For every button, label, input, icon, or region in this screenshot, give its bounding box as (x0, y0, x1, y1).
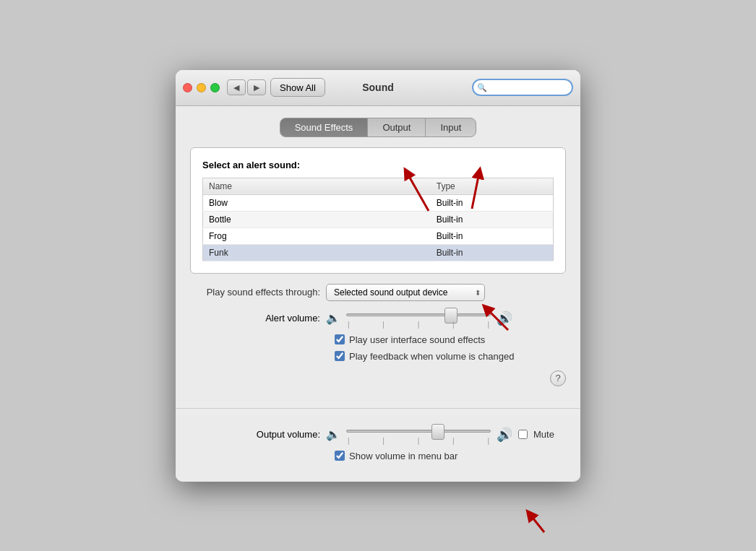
tick: | (452, 321, 455, 329)
alert-sound-panel: Select an alert sound: Name Type Blow Bu… (190, 147, 566, 274)
mute-checkbox[interactable] (518, 430, 528, 439)
output-volume-slider-container: | | | | | (346, 425, 491, 445)
alert-volume-slider-container: | | | | | (346, 308, 491, 329)
maximize-button[interactable] (210, 83, 220, 92)
back-button[interactable]: ◀ (227, 79, 246, 95)
show-all-button[interactable]: Show All (270, 78, 325, 97)
checkbox-row-1: Play user interface sound effects (335, 334, 566, 345)
table-row[interactable]: Bottle Built-in (203, 211, 554, 227)
sound-type: Built-in (431, 211, 554, 227)
alert-volume-slider[interactable] (346, 308, 491, 321)
tabs-container: Sound Effects Output Input (190, 118, 566, 137)
mute-label: Mute (533, 429, 554, 440)
show-in-menu-bar-row: Show volume in menu bar (335, 451, 566, 461)
sound-type: Built-in (431, 194, 554, 211)
play-ui-sounds-label: Play user interface sound effects (349, 334, 485, 345)
show-in-menu-bar-checkbox[interactable] (335, 451, 345, 461)
tab-sound-effects[interactable]: Sound Effects (280, 118, 369, 136)
play-through-label: Play sound effects through: (190, 287, 320, 298)
output-volume-slider[interactable] (346, 425, 491, 438)
output-vol-low-icon: 🔈 (326, 428, 340, 441)
tab-input[interactable]: Input (426, 118, 476, 136)
volume-low-icon: 🔈 (326, 311, 340, 325)
help-button[interactable]: ? (550, 370, 566, 386)
play-through-dropdown[interactable]: Selected sound output device (326, 284, 485, 301)
sound-name: Frog (203, 227, 431, 244)
sound-name: Funk (203, 244, 431, 261)
tick: | (487, 321, 489, 329)
sound-table: Name Type Blow Built-in Bottle Built-in (202, 178, 554, 261)
tick: | (418, 437, 420, 445)
alert-volume-row: Alert volume: 🔈 | | | | | 🔊 (190, 308, 566, 329)
search-icon: 🔍 (477, 83, 487, 92)
titlebar: ◀ ▶ Show All Sound 🔍 (176, 70, 580, 106)
tab-output[interactable]: Output (368, 118, 426, 136)
play-through-dropdown-wrapper: Selected sound output device ⬍ (326, 284, 485, 301)
forward-button[interactable]: ▶ (247, 79, 266, 95)
bottom-section: Output volume: 🔈 | | | | | 🔊 Mute (176, 416, 580, 482)
volume-high-icon: 🔊 (497, 311, 512, 326)
sound-type: Built-in (431, 244, 554, 261)
table-row[interactable]: Frog Built-in (203, 227, 554, 244)
search-box: 🔍 (472, 79, 573, 96)
sound-name: Blow (203, 194, 431, 211)
checkbox-row-2: Play feedback when volume is changed (335, 351, 566, 362)
play-ui-sounds-checkbox[interactable] (335, 334, 345, 344)
sound-type: Built-in (431, 227, 554, 244)
slider-ticks: | | | | | (346, 321, 491, 329)
window-title: Sound (362, 82, 394, 93)
output-volume-label: Output volume: (190, 429, 320, 440)
output-vol-high-icon: 🔊 (497, 427, 512, 443)
table-row[interactable]: Funk Built-in (203, 244, 554, 261)
tick: | (452, 437, 455, 445)
table-row[interactable]: Blow Built-in (203, 194, 554, 211)
tick: | (348, 437, 350, 445)
tick: | (487, 437, 489, 445)
col-name: Name (203, 178, 431, 194)
nav-buttons: ◀ ▶ (227, 79, 266, 95)
main-content: Sound Effects Output Input Select an ale… (176, 106, 580, 401)
play-feedback-label: Play feedback when volume is changed (349, 351, 514, 362)
traffic-lights (183, 83, 220, 92)
tick: | (382, 437, 385, 445)
search-input[interactable] (472, 79, 573, 96)
play-feedback-checkbox[interactable] (335, 351, 345, 361)
show-in-menu-bar-label: Show volume in menu bar (349, 451, 458, 461)
output-slider-ticks: | | | | | (346, 437, 491, 445)
tick: | (348, 321, 350, 329)
close-button[interactable] (183, 83, 192, 92)
col-type: Type (431, 178, 554, 194)
tabs: Sound Effects Output Input (280, 118, 477, 137)
panel-title: Select an alert sound: (202, 160, 554, 170)
tick: | (418, 321, 420, 329)
alert-volume-label: Alert volume: (190, 313, 320, 324)
output-volume-row: Output volume: 🔈 | | | | | 🔊 Mute (190, 425, 566, 445)
play-through-row: Play sound effects through: Selected sou… (190, 284, 566, 301)
sound-name: Bottle (203, 211, 431, 227)
tick: | (382, 321, 385, 329)
minimize-button[interactable] (197, 83, 206, 92)
